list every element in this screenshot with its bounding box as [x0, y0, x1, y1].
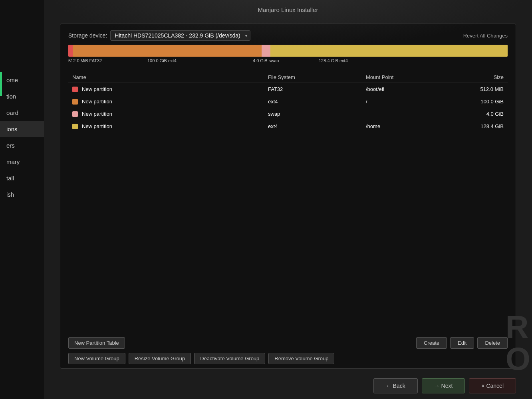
table-row[interactable]: New partition ext4 / 100.0 GiB	[68, 95, 508, 108]
storage-device-row: Storage device: Hitachi HDS721025CLA382 …	[68, 30, 250, 41]
storage-label: Storage device:	[68, 32, 107, 39]
partition-table: Name File System Mount Point Size New pa…	[68, 72, 508, 333]
partition-name-ext4-root: New partition	[82, 99, 112, 105]
sidebar-item-summary[interactable]: mary	[0, 154, 44, 170]
partition-mount-ext4-home: /home	[366, 123, 464, 129]
sidebar-item-users[interactable]: ers	[0, 137, 44, 154]
partition-size-swap: 4.0 GiB	[464, 111, 504, 117]
sidebar-item-home[interactable]: ome	[0, 72, 44, 88]
partition-name-cell: New partition	[72, 111, 268, 117]
partition-color-ext4-root	[72, 99, 78, 105]
sidebar-item-partitions[interactable]: ions	[0, 121, 44, 137]
partition-mount-ext4-root: /	[366, 99, 464, 105]
table-row[interactable]: New partition ext4 /home 128.4 GiB	[68, 120, 508, 132]
col-header-mount: Mount Point	[366, 74, 464, 80]
partition-name-cell: New partition	[72, 86, 268, 92]
main-content: Manjaro Linux Installer Storage device: …	[44, 0, 532, 399]
partition-fs-fat32: FAT32	[268, 86, 366, 92]
bar-segment-ext4-root	[73, 45, 262, 57]
dialog-top-bar: Storage device: Hitachi HDS721025CLA382 …	[60, 24, 516, 45]
col-header-size: Size	[464, 74, 504, 80]
storage-device-select[interactable]: Hitachi HDS721025CLA382 - 232.9 GiB (/de…	[110, 30, 250, 41]
delete-button[interactable]: Delete	[477, 337, 508, 349]
partition-size-ext4-home: 128.4 GiB	[464, 123, 504, 129]
partition-fs-ext4-root: ext4	[268, 99, 366, 105]
col-header-fs: File System	[268, 74, 366, 80]
bottom-actions-row2: New Volume Group Resize Volume Group Dea…	[60, 353, 516, 368]
sidebar-item-keyboard[interactable]: oard	[0, 105, 44, 121]
sidebar-item-location[interactable]: tion	[0, 88, 44, 105]
partition-bar-container: 512.0 MiB FAT32 100.0 GiB ext4 4.0 GiB s…	[68, 45, 508, 68]
sidebar-item-install[interactable]: tall	[0, 170, 44, 186]
partition-name-cell: New partition	[72, 99, 268, 105]
deactivate-volume-group-button[interactable]: Deactivate Volume Group	[194, 353, 265, 364]
partition-color-swap	[72, 111, 78, 117]
table-row[interactable]: New partition FAT32 /boot/efi 512.0 MiB	[68, 83, 508, 95]
partition-name-ext4-home: New partition	[82, 123, 112, 129]
partition-color-ext4-home	[72, 124, 78, 129]
bar-label-swap: 4.0 GiB swap	[253, 58, 279, 63]
partition-size-ext4-root: 100.0 GiB	[464, 99, 504, 105]
bar-segment-ext4-home	[270, 45, 508, 57]
revert-all-changes-button[interactable]: Revert All Changes	[463, 33, 508, 39]
partition-fs-swap: swap	[268, 111, 366, 117]
sidebar-green-indicator	[0, 72, 2, 96]
partition-size-fat32: 512.0 MiB	[464, 86, 504, 92]
nav-footer: ← Back → Next × Cancel	[44, 373, 532, 399]
partition-bar	[68, 45, 508, 57]
bar-segment-fat32	[68, 45, 73, 57]
storage-device-select-wrap[interactable]: Hitachi HDS721025CLA382 - 232.9 GiB (/de…	[110, 30, 250, 41]
partition-name-swap: New partition	[82, 111, 112, 117]
cancel-button[interactable]: × Cancel	[469, 378, 516, 393]
next-button[interactable]: → Next	[422, 378, 465, 393]
bar-label-ext4-root: 100.0 GiB ext4	[147, 58, 177, 63]
bottom-actions-row1: New Partition Table Create Edit Delete	[60, 333, 516, 353]
new-partition-table-button[interactable]: New Partition Table	[68, 337, 125, 349]
corner-decoration: RO	[506, 311, 532, 375]
partition-color-fat32	[72, 87, 78, 92]
app-title: Manjaro Linux Installer	[44, 0, 532, 20]
remove-volume-group-button[interactable]: Remove Volume Group	[268, 353, 334, 364]
col-header-name: Name	[72, 74, 268, 80]
bar-labels: 512.0 MiB FAT32 100.0 GiB ext4 4.0 GiB s…	[68, 58, 508, 68]
sidebar: ome tion oard ions ers mary tall ish	[0, 0, 44, 399]
create-button[interactable]: Create	[416, 337, 447, 349]
bar-label-ext4-home: 128.4 GiB ext4	[319, 58, 348, 63]
bar-label-fat32: 512.0 MiB FAT32	[68, 58, 102, 63]
edit-button[interactable]: Edit	[450, 337, 474, 349]
bar-segment-swap	[262, 45, 270, 57]
table-header: Name File System Mount Point Size	[68, 72, 508, 83]
partition-dialog: Storage device: Hitachi HDS721025CLA382 …	[60, 24, 516, 369]
new-volume-group-button[interactable]: New Volume Group	[68, 353, 125, 364]
partition-name-cell: New partition	[72, 123, 268, 129]
table-row[interactable]: New partition swap 4.0 GiB	[68, 108, 508, 120]
partition-fs-ext4-home: ext4	[268, 123, 366, 129]
sidebar-item-finish[interactable]: ish	[0, 186, 44, 203]
back-button[interactable]: ← Back	[373, 378, 418, 393]
partition-name-fat32: New partition	[82, 86, 112, 92]
partition-mount-fat32: /boot/efi	[366, 86, 464, 92]
resize-volume-group-button[interactable]: Resize Volume Group	[129, 353, 191, 364]
